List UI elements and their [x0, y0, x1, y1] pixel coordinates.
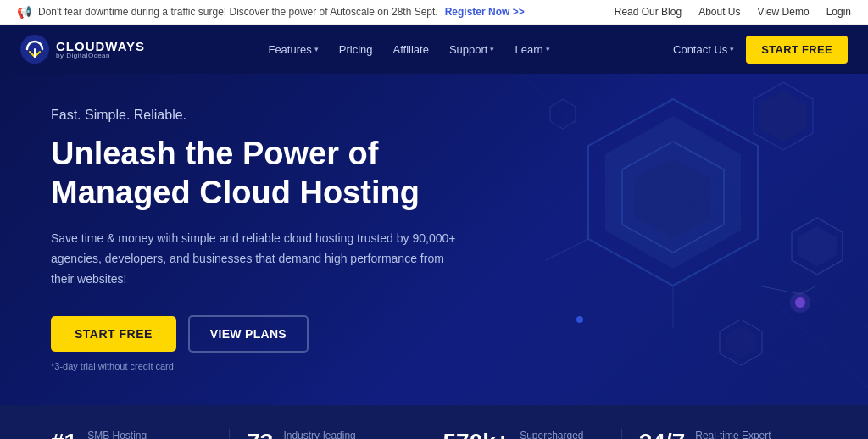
- logo-text: CLOUDWAYS by DigitalOcean: [56, 40, 145, 59]
- stats-bar: #1 SMB Hosting Provider on G2 73 Industr…: [0, 405, 868, 439]
- view-demo-link[interactable]: View Demo: [757, 6, 809, 18]
- svg-marker-11: [760, 91, 807, 142]
- stat-label-smb: SMB Hosting Provider on G2: [87, 429, 164, 439]
- logo[interactable]: CLOUDWAYS by DigitalOcean: [20, 35, 145, 64]
- svg-line-22: [546, 239, 588, 260]
- announcement-right: Read Our Blog About Us View Demo Login: [615, 6, 851, 18]
- svg-line-20: [758, 286, 800, 294]
- hero-title: Unleash the Power of Managed Cloud Hosti…: [51, 135, 526, 212]
- megaphone-icon: 📢: [17, 5, 31, 19]
- stat-label-websites: Supercharged Websites: [520, 429, 596, 439]
- logo-sub-text: by DigitalOcean: [56, 53, 145, 59]
- stat-label-support: Real-time Expert Support: [695, 429, 771, 439]
- nav-item-affiliate[interactable]: Affiliate: [385, 36, 437, 63]
- navbar: CLOUDWAYS by DigitalOcean Features ▾ Pri…: [0, 25, 868, 74]
- hero-start-free-button[interactable]: START FREE: [51, 316, 176, 352]
- chevron-down-icon: ▾: [490, 45, 494, 53]
- nav-item-pricing[interactable]: Pricing: [331, 36, 381, 63]
- announcement-bar: 📢 Don't fear downtime during a traffic s…: [0, 0, 868, 25]
- nav-pricing-link[interactable]: Pricing: [331, 36, 381, 63]
- stat-item-support: 24/7 Real-time Expert Support: [622, 429, 817, 439]
- chevron-down-icon: ▾: [730, 45, 734, 53]
- nav-features-link[interactable]: Features ▾: [259, 36, 326, 63]
- stat-number-websites: 570k+: [443, 429, 510, 439]
- announcement-text: Don't fear downtime during a traffic sur…: [38, 6, 438, 18]
- logo-main-text: CLOUDWAYS: [56, 40, 145, 53]
- hero-illustration: [478, 74, 868, 387]
- hero-section: Fast. Simple. Reliable. Unleash the Powe…: [0, 74, 868, 405]
- contact-us-link[interactable]: Contact Us ▾: [673, 43, 734, 56]
- nav-item-learn[interactable]: Learn ▾: [506, 36, 558, 63]
- nav-item-features[interactable]: Features ▾: [259, 36, 326, 63]
- svg-line-21: [800, 286, 817, 294]
- start-free-nav-button[interactable]: START FREE: [746, 36, 848, 64]
- hero-view-plans-button[interactable]: VIEW PLANS: [188, 315, 309, 353]
- nav-learn-link[interactable]: Learn ▾: [506, 36, 558, 63]
- read-blog-link[interactable]: Read Our Blog: [615, 6, 682, 18]
- svg-point-18: [576, 316, 583, 323]
- stat-number-smb: #1: [51, 429, 77, 439]
- stat-item-smb: #1 SMB Hosting Provider on G2: [51, 429, 230, 439]
- svg-point-17: [790, 292, 810, 313]
- chevron-down-icon: ▾: [314, 45, 319, 53]
- hero-description: Save time & money with simple and reliab…: [51, 229, 458, 289]
- svg-marker-13: [798, 226, 837, 266]
- hero-content: Fast. Simple. Reliable. Unleash the Powe…: [51, 108, 526, 371]
- nav-support-link[interactable]: Support ▾: [441, 36, 504, 63]
- nav-right: Contact Us ▾ START FREE: [673, 36, 848, 64]
- stat-item-nps: 73 Industry-leading NPS: [230, 429, 426, 439]
- chevron-down-icon: ▾: [546, 45, 550, 53]
- register-now-link[interactable]: Register Now >>: [445, 6, 525, 18]
- hero-trial-note: *3-day trial without credit card: [51, 361, 526, 371]
- stat-number-support: 24/7: [639, 429, 686, 439]
- hero-graphic: [478, 74, 868, 405]
- stat-number-nps: 73: [247, 429, 273, 439]
- about-us-link[interactable]: About Us: [698, 6, 740, 18]
- svg-marker-15: [726, 326, 756, 358]
- nav-links: Features ▾ Pricing Affiliate Support ▾ L…: [259, 36, 558, 63]
- hero-tagline: Fast. Simple. Reliable.: [51, 108, 526, 123]
- login-link[interactable]: Login: [826, 6, 851, 18]
- announcement-left: 📢 Don't fear downtime during a traffic s…: [17, 5, 525, 19]
- stat-label-nps: Industry-leading NPS: [283, 429, 359, 439]
- nav-affiliate-link[interactable]: Affiliate: [385, 36, 437, 63]
- logo-icon: [20, 35, 49, 64]
- svg-marker-19: [550, 99, 576, 129]
- nav-item-support[interactable]: Support ▾: [441, 36, 504, 63]
- stat-item-websites: 570k+ Supercharged Websites: [426, 429, 622, 439]
- hero-buttons: START FREE VIEW PLANS: [51, 315, 526, 353]
